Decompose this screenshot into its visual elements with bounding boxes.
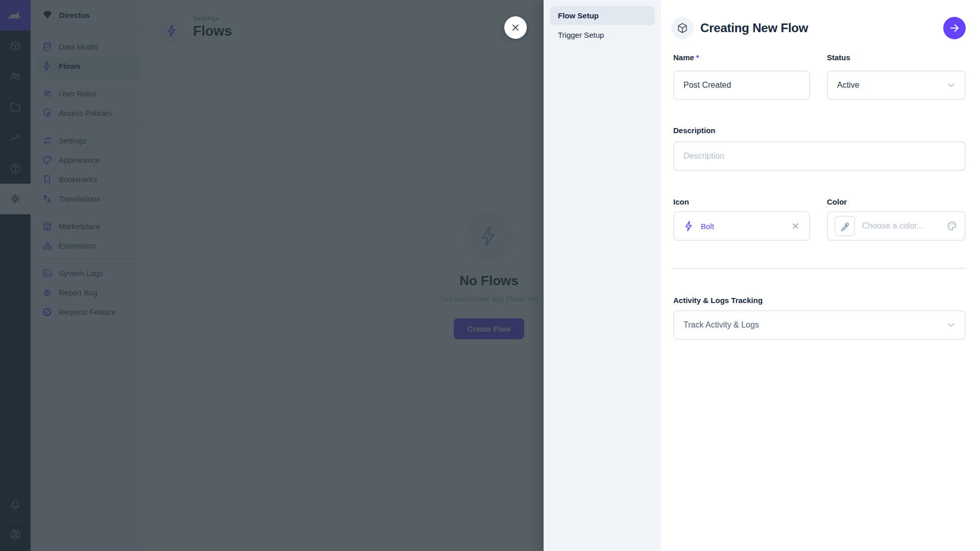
color-label: Color	[827, 197, 847, 206]
name-input[interactable]	[673, 70, 810, 100]
drawer-next-button[interactable]	[943, 17, 966, 39]
drawer-overlay[interactable]	[0, 0, 544, 551]
icon-value: Bolt	[701, 222, 714, 231]
name-label: Name*	[673, 53, 699, 62]
drawer-content: Creating New Flow Name* Status Active De…	[661, 0, 980, 551]
palette-icon[interactable]	[946, 220, 958, 232]
directus-app: Directus Data Model Flows User Roles Acc…	[0, 0, 980, 551]
required-asterisk: *	[696, 53, 699, 62]
eyedropper-icon	[840, 221, 850, 232]
bolt-icon	[683, 220, 695, 232]
form-divider	[673, 268, 966, 269]
box-icon	[676, 22, 689, 34]
clear-icon-button[interactable]	[790, 221, 801, 232]
status-select[interactable]: Active	[827, 70, 966, 100]
create-flow-drawer: Flow Setup Trigger Setup Creating New Fl…	[544, 0, 980, 551]
drawer-navigation: Flow Setup Trigger Setup	[544, 0, 661, 551]
color-input[interactable]: Choose a color...	[827, 211, 966, 241]
chevron-down-icon	[945, 80, 957, 91]
description-input[interactable]	[673, 141, 966, 171]
tracking-label: Activity & Logs Tracking	[673, 296, 763, 305]
close-icon	[790, 221, 801, 232]
status-value: Active	[837, 81, 860, 90]
icon-label: Icon	[673, 197, 689, 206]
drawer-close-button[interactable]	[504, 16, 527, 39]
chevron-down-icon	[945, 319, 957, 331]
drawer-tab-trigger-setup[interactable]: Trigger Setup	[550, 26, 655, 44]
arrow-right-icon	[948, 22, 961, 34]
color-placeholder: Choose a color...	[862, 221, 923, 231]
drawer-title: Creating New Flow	[700, 21, 808, 35]
drawer-tab-flow-setup[interactable]: Flow Setup	[550, 6, 655, 25]
close-icon	[509, 21, 522, 34]
tracking-value: Track Activity & Logs	[683, 320, 759, 330]
description-label: Description	[673, 126, 716, 135]
tracking-select[interactable]: Track Activity & Logs	[673, 310, 966, 340]
status-label: Status	[827, 53, 850, 62]
color-swatch-button[interactable]	[835, 216, 855, 236]
drawer-header-icon-circle	[671, 17, 694, 39]
icon-select[interactable]: Bolt	[673, 211, 810, 241]
